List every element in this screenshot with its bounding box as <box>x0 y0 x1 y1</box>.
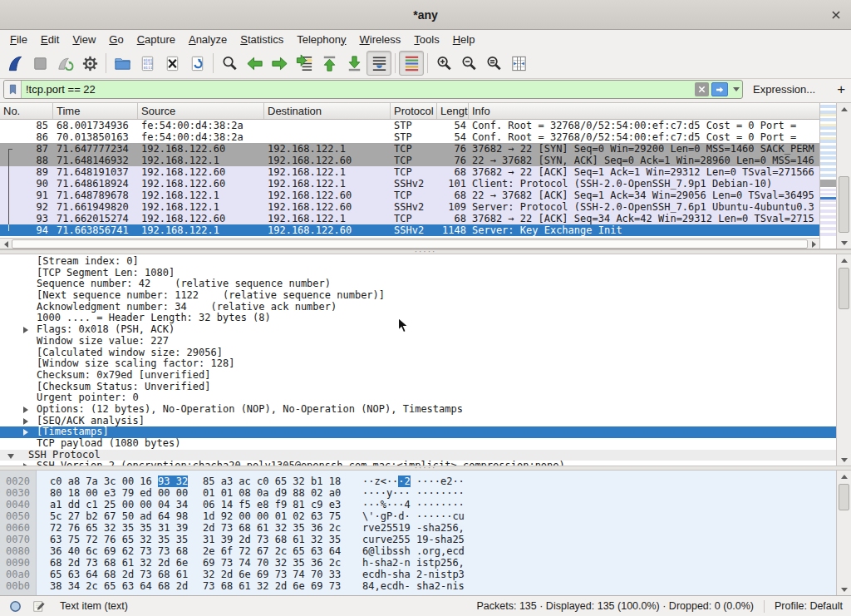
column-header-destination[interactable]: Destination <box>264 103 391 119</box>
detail-row[interactable]: [SEQ/ACK analysis] <box>0 416 836 427</box>
packet-row-86[interactable]: 8670.013850163fe:54:00:d4:38:2aSTP54Conf… <box>0 131 819 143</box>
packet-list-vscrollbar[interactable] <box>836 103 851 249</box>
hex-bytes[interactable]: 36 40 6c 69 62 73 73 68 <box>50 545 193 557</box>
hex-row-0070[interactable]: 007063 75 72 76 65 32 35 3531 39 2d 73 6… <box>0 534 836 545</box>
vscroll-thumb[interactable] <box>839 484 849 510</box>
column-header-time[interactable]: Time <box>53 103 138 119</box>
scroll-right-button[interactable] <box>808 239 819 249</box>
hex-ascii[interactable]: 6@libssh .org,ecd <box>362 545 465 557</box>
hex-bytes[interactable]: 5c 27 b2 67 50 ad 64 98 <box>50 510 193 522</box>
go-last-button[interactable] <box>342 51 366 76</box>
open-file-button[interactable] <box>110 51 135 76</box>
scroll-up-button[interactable] <box>837 254 851 266</box>
hex-bytes[interactable]: 31 39 2d 73 68 61 32 35 <box>203 534 346 545</box>
detail-row[interactable]: TCP payload (1080 bytes) <box>0 438 836 450</box>
detail-row[interactable]: [Window size scaling factor: 128] <box>0 358 836 370</box>
hex-bytes[interactable]: 68 2d 73 68 61 32 2d 6e <box>50 557 193 569</box>
detail-row[interactable]: Checksum: 0x79ed [unverified] <box>0 370 836 382</box>
reload-file-button[interactable] <box>184 51 209 76</box>
detail-row[interactable]: Sequence number: 42 (relative sequence n… <box>0 278 836 290</box>
menu-telephony[interactable]: Telephony <box>290 32 352 47</box>
go-first-button[interactable] <box>317 51 342 76</box>
packet-row-87[interactable]: 8771.647777234192.168.122.60192.168.122.… <box>0 143 819 155</box>
colorize-button[interactable] <box>399 51 424 76</box>
find-packet-button[interactable] <box>217 51 242 76</box>
hex-row-00a0[interactable]: 00a065 63 64 68 2d 73 68 6132 2d 6e 69 7… <box>0 569 836 580</box>
packet-row-85[interactable]: 8568.001734936fe:54:00:d4:38:2aSTP54Conf… <box>0 120 819 131</box>
go-back-button[interactable] <box>242 51 267 76</box>
hex-bytes[interactable]: 73 68 61 32 2d 6e 69 73 <box>203 580 346 592</box>
vscroll-thumb[interactable] <box>839 176 849 233</box>
resize-columns-button[interactable] <box>506 51 531 76</box>
menu-help[interactable]: Help <box>446 32 482 47</box>
detail-row[interactable]: 1000 .... = Header Length: 32 bytes (8) <box>0 313 836 324</box>
scroll-left-button[interactable] <box>0 239 12 249</box>
hex-bytes[interactable]: c0 a8 7a 3c 00 16 93 32 <box>50 476 193 487</box>
hex-ascii[interactable]: rve25519 -sha256, <box>362 522 465 534</box>
hex-ascii[interactable]: ··z<···2 ····e2·· <box>362 476 465 487</box>
menu-analyze[interactable]: Analyze <box>182 32 234 47</box>
hex-row-00b0[interactable]: 00b038 34 2c 65 63 64 68 2d73 68 61 32 2… <box>0 580 836 592</box>
menu-edit[interactable]: Edit <box>34 32 66 47</box>
detail-row[interactable]: Acknowledgment number: 34 (relative ack … <box>0 302 836 313</box>
hex-bytes[interactable]: a1 dd c1 25 00 00 04 34 <box>50 499 193 510</box>
vscroll-thumb[interactable] <box>839 268 849 309</box>
hex-bytes[interactable]: 85 a3 ac c0 65 32 b1 18 <box>203 476 346 487</box>
filter-clear-button[interactable] <box>695 82 709 96</box>
expert-info-button[interactable] <box>7 598 23 614</box>
detail-row[interactable]: [Checksum Status: Unverified] <box>0 382 836 393</box>
column-header-protocol[interactable]: Protocol <box>391 103 437 119</box>
close-file-button[interactable] <box>160 51 184 76</box>
filter-bookmark-button[interactable] <box>4 81 22 98</box>
hex-row-0050[interactable]: 00505c 27 b2 67 50 ad 64 981d 92 00 00 0… <box>0 510 836 522</box>
auto-scroll-button[interactable] <box>366 51 391 76</box>
hex-bytes[interactable]: 2d 73 68 61 32 35 36 2c <box>203 522 346 534</box>
packet-list-minimap[interactable] <box>819 103 836 249</box>
menu-statistics[interactable]: Statistics <box>234 32 290 47</box>
detail-row[interactable]: [Timestamps] <box>0 426 836 438</box>
packet-row-94[interactable]: 9471.663856741192.168.122.1192.168.122.6… <box>0 224 819 236</box>
hex-ascii[interactable]: ecdh-sha 2-nistp3 <box>362 569 465 580</box>
filter-apply-button[interactable] <box>711 82 728 96</box>
detail-row[interactable]: Options: (12 bytes), No-Operation (NOP),… <box>0 404 836 416</box>
packet-row-91[interactable]: 9171.648789678192.168.122.1192.168.122.6… <box>0 190 819 201</box>
hex-ascii[interactable]: \'·gP·d· ······cu <box>362 510 465 522</box>
hex-row-0080[interactable]: 008036 40 6c 69 62 73 73 682e 6f 72 67 2… <box>0 545 836 557</box>
scroll-down-button[interactable] <box>837 237 851 249</box>
packet-list-hscrollbar[interactable] <box>0 238 819 249</box>
bytes-vscrollbar[interactable] <box>836 471 851 595</box>
zoom-original-button[interactable] <box>481 51 506 76</box>
go-to-packet-button[interactable] <box>292 51 317 76</box>
scroll-down-button[interactable] <box>837 454 851 466</box>
detail-row[interactable]: [TCP Segment Len: 1080] <box>0 268 836 279</box>
expression-button[interactable]: Expression... <box>753 83 815 96</box>
hex-bytes[interactable]: 65 63 64 68 2d 73 68 61 <box>50 569 193 580</box>
filter-dropdown-caret[interactable] <box>730 81 742 98</box>
start-capture-button[interactable] <box>2 51 27 76</box>
hex-ascii[interactable]: ···%···4 ········ <box>362 499 465 510</box>
capture-comment-button[interactable] <box>30 598 47 614</box>
expander-closed-icon[interactable] <box>23 429 28 436</box>
expander-closed-icon[interactable] <box>23 327 28 333</box>
packet-row-92[interactable]: 9271.661949820192.168.122.1192.168.122.6… <box>0 201 819 213</box>
close-button[interactable] <box>829 7 844 22</box>
titlebar[interactable]: *any <box>0 0 851 30</box>
stop-capture-button[interactable] <box>27 51 52 76</box>
hex-bytes[interactable]: 32 2d 6e 69 73 74 70 33 <box>203 569 346 580</box>
scroll-up-button[interactable] <box>837 103 851 115</box>
hscroll-thumb[interactable] <box>12 239 808 249</box>
hex-row-0040[interactable]: 0040a1 dd c1 25 00 00 04 3406 14 f5 e8 f… <box>0 499 836 510</box>
hex-bytes[interactable]: 06 14 f5 e8 f9 81 c9 e3 <box>203 499 346 510</box>
zoom-in-button[interactable] <box>431 51 456 76</box>
packet-row-89[interactable]: 8971.648191037192.168.122.60192.168.122.… <box>0 166 819 178</box>
hex-ascii[interactable]: h-sha2-n istp256, <box>362 557 465 569</box>
expander-closed-icon[interactable] <box>23 407 28 413</box>
hex-row-0060[interactable]: 006072 76 65 32 35 35 31 392d 73 68 61 3… <box>0 522 836 534</box>
packet-row-93[interactable]: 9371.662015274192.168.122.60192.168.122.… <box>0 213 819 224</box>
details-vscrollbar[interactable] <box>836 254 851 466</box>
detail-row[interactable]: [Next sequence number: 1122 (relative se… <box>0 290 836 302</box>
menu-capture[interactable]: Capture <box>130 32 182 47</box>
packet-row-90[interactable]: 9071.648618924192.168.122.60192.168.122.… <box>0 178 819 190</box>
scroll-up-button[interactable] <box>837 471 851 482</box>
detail-row[interactable]: [Stream index: 0] <box>0 256 836 268</box>
